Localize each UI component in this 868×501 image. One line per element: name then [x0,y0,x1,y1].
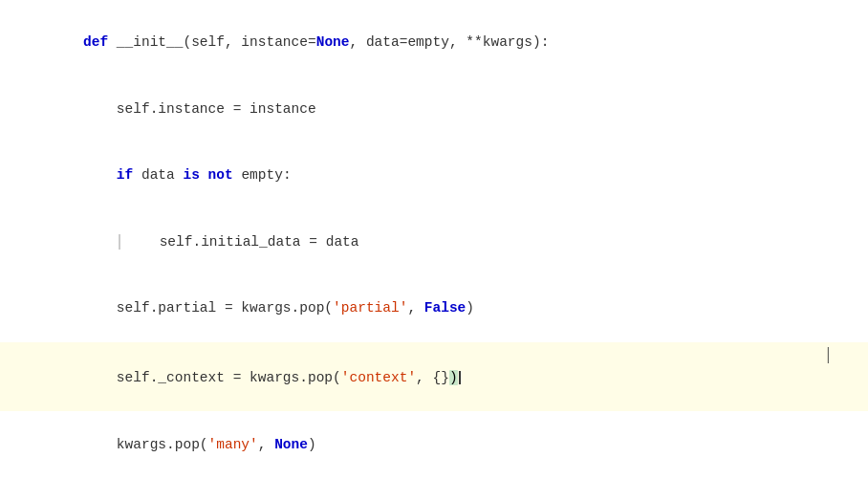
code-line-3: if data is not empty: [0,142,868,209]
text-cursor [459,371,461,384]
code-line-4: self.initial_data = data [0,209,868,276]
code-line-1: def __init__(self, instance=None, data=e… [0,10,868,76]
code-line-7: kwargs.pop('many', None) [0,411,868,478]
code-line-2: self.instance = instance [0,76,868,143]
code-line-8: super(BaseSerializer, self).__init__(**k… [0,478,868,501]
code-line-6: self._context = kwargs.pop('context', {}… [0,342,868,412]
code-editor: def __init__(self, instance=None, data=e… [0,0,868,501]
code-line-5: self.partial = kwargs.pop('partial', Fal… [0,275,868,342]
i-beam-cursor: | [826,342,830,366]
